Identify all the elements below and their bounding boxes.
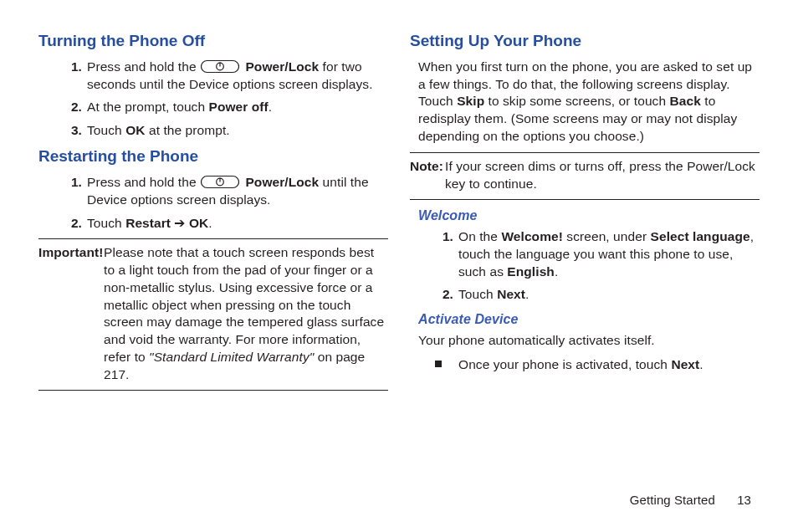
divider [410, 199, 760, 200]
step: 2. Touch Restart ➔ OK. [87, 215, 388, 233]
note-text: If your screen dims or turns off, press … [445, 159, 755, 191]
heading-setting-up: Setting Up Your Phone [410, 30, 760, 52]
text-bold: OK [125, 123, 145, 137]
arrow: ➔ [171, 216, 189, 230]
step-number: 2. [62, 215, 82, 233]
step: 2. Touch Next. [458, 286, 760, 304]
text-bold: Select language [651, 229, 750, 243]
text-bold: OK [189, 216, 208, 230]
text-bold: Power/Lock [245, 59, 319, 74]
right-column: Setting Up Your Phone When you first tur… [410, 25, 760, 494]
list-item: Once your phone is activated, touch Next… [458, 356, 760, 374]
divider [410, 152, 760, 153]
steps-restarting: 1. Press and hold the Power/Lock until t… [38, 174, 388, 233]
note-block: Note: If your screen dims or turns off, … [410, 158, 760, 193]
text-bold: Next [671, 357, 699, 371]
steps-welcome: 1. On the Welcome! screen, under Select … [410, 228, 760, 304]
text: Press and hold the [87, 59, 200, 74]
page-content: Turning the Phone Off 1. Press and hold … [0, 0, 798, 494]
text: . [525, 287, 529, 301]
text-bold: Restart [125, 216, 171, 230]
activate-intro: Your phone automatically activates itsel… [418, 332, 760, 350]
setup-intro: When you first turn on the phone, you ar… [418, 59, 760, 146]
page-footer: Getting Started 13 [0, 492, 798, 509]
step: 1. On the Welcome! screen, under Select … [458, 228, 760, 281]
step-number: 3. [62, 122, 82, 140]
text: . [269, 100, 272, 114]
step-number: 1. [433, 228, 453, 246]
square-bullet-icon [435, 361, 442, 367]
text-bold: Power/Lock [245, 175, 319, 189]
divider [38, 238, 388, 239]
text-bold: Next [497, 287, 525, 301]
footer-section: Getting Started [630, 493, 715, 507]
text: Press and hold the [87, 175, 200, 189]
step-number: 1. [62, 174, 82, 192]
text: Touch [87, 123, 125, 137]
power-lock-key-icon [201, 175, 239, 189]
step: 1. Press and hold the Power/Lock for two… [87, 59, 388, 94]
step-number: 1. [62, 59, 82, 76]
divider [38, 390, 388, 391]
step: 2. At the prompt, touch Power off. [87, 99, 388, 116]
text-bold: Power off [209, 100, 269, 114]
important-label: Important! [38, 244, 103, 262]
text-bold: Back [669, 94, 700, 108]
note-label: Note: [410, 158, 443, 176]
left-column: Turning the Phone Off 1. Press and hold … [38, 25, 388, 494]
important-text-italic: "Standard Limited Warranty" [149, 350, 314, 364]
subheading-welcome: Welcome [418, 207, 760, 225]
subheading-activate: Activate Device [418, 310, 760, 329]
heading-turning-off: Turning the Phone Off [38, 30, 388, 52]
step-number: 2. [62, 99, 82, 116]
step-number: 2. [433, 286, 453, 304]
text: . [208, 216, 212, 230]
step: 1. Press and hold the Power/Lock until t… [87, 174, 388, 209]
text: Touch [458, 287, 497, 301]
power-lock-key-icon [201, 59, 239, 74]
step: 3. Touch OK at the prompt. [87, 122, 388, 140]
text-bold: Welcome! [501, 229, 563, 243]
text: . [699, 357, 703, 371]
important-text: Please note that a touch screen responds… [104, 245, 384, 365]
text: screen, under [563, 229, 651, 243]
footer-page-number: 13 [737, 493, 751, 507]
text-bold: English [507, 264, 555, 279]
important-note: Important! Please note that a touch scre… [38, 244, 388, 384]
heading-restarting: Restarting the Phone [38, 146, 388, 167]
activate-bullets: Once your phone is activated, touch Next… [410, 356, 760, 374]
text: at the prompt. [146, 123, 230, 137]
text: Once your phone is activated, touch [458, 357, 671, 371]
text: . [555, 264, 558, 279]
text: to skip some screens, or touch [484, 94, 669, 108]
text: Touch [87, 216, 125, 230]
text: On the [458, 229, 501, 243]
steps-turning-off: 1. Press and hold the Power/Lock for two… [38, 59, 388, 141]
text: At the prompt, touch [87, 100, 209, 114]
text-bold: Skip [457, 94, 484, 108]
